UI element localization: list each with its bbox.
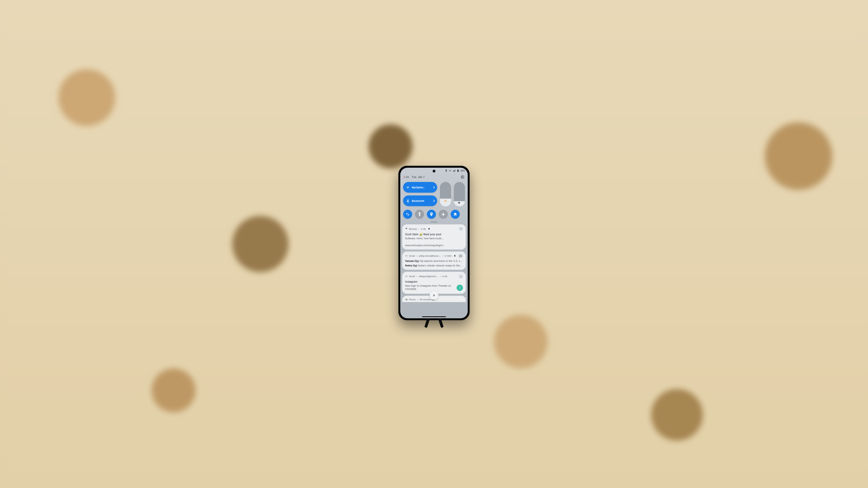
date-label: Tue, Jan 7 (411, 175, 425, 178)
notification-time: in 6h (442, 275, 447, 278)
notification-gmail-work[interactable]: Gmail philip.berne@future... in 59m 14 V… (402, 252, 466, 270)
volume-slider[interactable] (454, 182, 465, 206)
bluetooth-status-icon (445, 169, 447, 172)
notification-time: in 6h (421, 228, 426, 230)
svg-point-10 (405, 299, 406, 300)
flashlight-tile[interactable] (415, 210, 424, 219)
app-name: Phone (409, 298, 415, 301)
notification-gmail-personal[interactable]: Gmail phlipper@gmail.c... in 6h Instagra… (402, 272, 466, 294)
voicemail-icon (405, 298, 408, 301)
notification-time: in 59m (445, 255, 452, 257)
notification-body: New login to Instagram from Threads on C… (405, 284, 463, 291)
airplane-tile[interactable] (439, 210, 448, 219)
front-camera (433, 170, 435, 172)
svg-point-11 (407, 299, 408, 300)
sender-avatar: I (457, 285, 463, 291)
location-tile[interactable] (427, 210, 436, 219)
wifi-tile[interactable]: MyOptim.. (403, 182, 437, 193)
svg-point-1 (445, 200, 446, 201)
email-row[interactable]: Nokia Oyj Nokia's cellular network ready… (405, 264, 463, 267)
notification-list: Bluesky in 6h Scott Stein 🥑 liked your p… (400, 224, 468, 302)
notification-bluesky[interactable]: Bluesky in 6h Scott Stein 🥑 liked your p… (402, 224, 466, 250)
speaker-icon (458, 201, 461, 204)
signal-status-icon (453, 169, 456, 172)
gmail-icon (405, 255, 408, 257)
clear-all-button[interactable] (430, 291, 438, 300)
chevron-right-icon (432, 200, 435, 202)
app-name: Gmail (409, 255, 415, 257)
settings-icon[interactable] (460, 175, 465, 179)
notification-body: Software, hmm, how hard could... (405, 237, 463, 240)
email-row[interactable]: Vaisala Oyj Top airports and towns in th… (405, 259, 463, 262)
quick-settings: MyOptim.. Bluetooth (400, 182, 468, 222)
battery-status-icon (457, 169, 459, 172)
notification-title: Instagram (405, 280, 463, 283)
wifi-status-icon (449, 169, 452, 172)
svg-line-6 (444, 200, 445, 200)
screen: 99% 1:34 Tue, Jan 7 MyOptim.. (400, 168, 468, 318)
chevron-right-icon (432, 186, 435, 188)
expand-button[interactable] (459, 274, 463, 279)
svg-line-7 (446, 202, 447, 202)
svg-line-9 (446, 200, 447, 200)
wifi-icon (406, 185, 410, 189)
battery-percent: 99% (461, 169, 465, 172)
mobile-data-tile[interactable] (403, 210, 412, 219)
brightness-slider[interactable] (440, 182, 451, 206)
clock: 1:34 (403, 175, 409, 178)
sun-icon (444, 199, 447, 202)
bluetooth-label: Bluetooth (412, 199, 424, 202)
bluetooth-tile[interactable]: Bluetooth (403, 195, 437, 206)
wifi-label: MyOptim.. (412, 186, 425, 189)
notification-count: 14 (458, 254, 463, 258)
app-name: Gmail (409, 275, 415, 278)
app-name: Bluesky (409, 228, 417, 230)
bluetooth-icon (406, 199, 410, 203)
notification-title: Scott Stein 🥑 liked your post (405, 233, 463, 236)
quick-tiles-row (403, 210, 465, 219)
collapse-button[interactable] (459, 227, 463, 231)
account-label: philip.berne@future... (419, 255, 441, 257)
shade-header: 1:34 Tue, Jan 7 (400, 174, 468, 182)
home-tile[interactable] (451, 210, 460, 219)
drag-handle[interactable] (431, 222, 437, 222)
gmail-icon (405, 275, 408, 278)
account-label: phlipper@gmail.c... (419, 275, 439, 278)
bell-icon (454, 255, 456, 257)
notification-link: www.techradar.com/computing/vi... (405, 244, 463, 247)
gesture-bar[interactable] (422, 316, 446, 317)
phone-frame: 99% 1:34 Tue, Jan 7 MyOptim.. (398, 166, 470, 320)
svg-line-8 (444, 202, 445, 202)
svg-point-0 (462, 176, 463, 177)
bluesky-icon (405, 228, 408, 230)
bell-icon (428, 228, 430, 230)
